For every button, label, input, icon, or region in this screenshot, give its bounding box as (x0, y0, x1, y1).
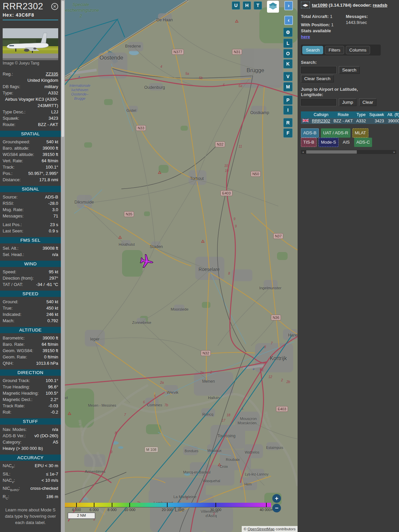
osm-link[interactable]: OpenStreetMap (248, 527, 275, 531)
detail-row: Track Rate:-0.03 (0, 403, 61, 409)
detail-label: Type: (3, 90, 13, 96)
map-button-toggle-follow[interactable]: F (283, 128, 293, 138)
detail-row: True Heading:96.6° (0, 384, 61, 390)
detail-row: ADS-B Ver.:v0 (DO-260) (0, 433, 61, 439)
aircraft-row[interactable]: RRR2302BZZ - AKTA332342339000 (301, 118, 399, 124)
map-button-toggle-tracks[interactable]: K (283, 59, 293, 68)
filter-uat[interactable]: UAT / ADS-R (321, 128, 350, 138)
callsign-link[interactable]: RRR2302 (312, 119, 330, 123)
with-position: With Position: 1 (301, 22, 346, 28)
jump-button[interactable]: Jump (339, 98, 356, 106)
table-header[interactable]: Route (332, 111, 354, 118)
detail-label: Source: (3, 194, 18, 200)
stats-here-link[interactable]: here (301, 34, 310, 39)
map-button-toggle-v[interactable]: V (283, 72, 293, 81)
jump-clear-button[interactable]: Clear (359, 98, 376, 106)
filter-modes[interactable]: Mode-S (319, 138, 338, 147)
detail-value: military (45, 83, 58, 90)
jump-input[interactable] (301, 99, 336, 106)
left-panel-scrollbar[interactable] (61, 0, 65, 532)
detail-label: RC: (3, 493, 9, 502)
detail-row: Source:ADS-B (0, 194, 61, 200)
filter-adsc[interactable]: ADS-C (354, 138, 372, 147)
detail-row: Sel. Alt.:39008 ft (0, 245, 61, 251)
panel-titlebar: ◀▶ tar1090 (3.14.1784) decoder: readsb (301, 2, 396, 8)
panel-toggle-button[interactable]: ◀▶ (301, 2, 310, 8)
legend-tick (129, 503, 130, 507)
zoom-in-button[interactable]: + (272, 494, 281, 503)
table-header[interactable]: Squawk (367, 111, 385, 118)
section-header: FMS SEL (0, 237, 61, 243)
detail-label: Geom. WGS84: (3, 347, 33, 354)
detail-label: ADS-B Ver.: (3, 433, 26, 439)
detail-label: Last Pos.: (3, 221, 22, 228)
filter-ais[interactable]: AIS (340, 138, 352, 147)
detail-row: Airbus Voyager KC3 (A330-243MRTT) (0, 96, 61, 109)
readsb-link[interactable]: readsb (373, 3, 387, 8)
map-button-toggle-pause[interactable]: P (283, 95, 293, 105)
filter-tisb[interactable]: TIS-B (301, 138, 317, 147)
detail-value: 450 kt (47, 305, 58, 311)
layers-button[interactable] (267, 1, 279, 13)
detail-value: EPU < 30 m (35, 463, 58, 471)
detail-row: SIL:≤ 1e-7 (0, 471, 61, 477)
selected-aircraft-icon[interactable] (139, 253, 155, 269)
detail-label: Last Seen: (3, 228, 23, 234)
detail-label: Route: (3, 121, 15, 128)
detail-label: Geom. Rate: (3, 354, 27, 360)
detail-row: Sel. Head.:n/a (0, 251, 61, 258)
detail-row: NACP:EPU < 30 m (0, 463, 61, 471)
close-icon[interactable]: ✕ (51, 3, 58, 10)
map-button-settings[interactable]: ⚙ (283, 28, 293, 37)
map-canvas[interactable]: Speciale beschermingszone 2✈Internationa… (65, 0, 298, 532)
photo-credit: Image © Jueyu Tang (0, 60, 61, 66)
map-button-panel-expand-right[interactable]: › (284, 1, 293, 10)
tar1090-link[interactable]: tar1090 (312, 3, 328, 8)
detail-row: Baro. Rate:64 ft/min (0, 341, 61, 347)
aircraft-photo[interactable] (3, 28, 58, 60)
flag-icon (301, 118, 310, 124)
detail-value: 96.6° (48, 384, 58, 390)
section-header: DIRECTION (0, 369, 61, 376)
detail-row: Squawk:3423 (0, 115, 61, 121)
map-button-reset-view[interactable]: R (283, 118, 293, 127)
detail-label: DB flags: (3, 83, 20, 90)
zoom-out-button[interactable]: − (272, 504, 281, 512)
filter-adsb[interactable]: ADS-B (301, 128, 319, 138)
tab-filters[interactable]: Filters (325, 46, 344, 54)
section-header: SIGNAL (0, 186, 61, 192)
map-button-toggle-outlines[interactable]: O (283, 49, 293, 58)
scrollbar-thumb[interactable] (62, 1, 64, 137)
scroll-right-arrow[interactable]: ▸ (392, 150, 396, 154)
detail-value: 100.5° (46, 390, 58, 396)
hscroll-thumb[interactable] (306, 150, 357, 154)
map-button-toggle-isolate[interactable]: I (283, 105, 293, 115)
filter-mlat[interactable]: MLAT (352, 128, 368, 138)
table-header[interactable]: Type (354, 111, 367, 118)
detail-row: Geom. WGS84:39150 ft (0, 347, 61, 354)
search-button[interactable]: Search (339, 66, 360, 74)
cell-route: BZZ - AKT (332, 118, 354, 124)
map-button-toggle-labels[interactable]: L (283, 39, 293, 48)
table-header[interactable]: Alt. (ft) (386, 111, 399, 118)
scroll-left-arrow[interactable]: ◂ (301, 150, 305, 154)
tab-columns[interactable]: Columns (346, 46, 370, 54)
detail-label: Nav. Modes: (3, 426, 27, 433)
map-button-t[interactable]: T (254, 1, 262, 10)
clear-search-button[interactable]: Clear Search (301, 75, 334, 82)
map-button-h[interactable]: H (243, 1, 251, 10)
map-button-toggle-multiselect[interactable]: M (283, 82, 293, 91)
map-button-u[interactable]: U (232, 1, 240, 10)
table-header[interactable] (301, 111, 310, 118)
search-input[interactable] (301, 66, 336, 73)
detail-value: 64 ft/min (42, 341, 58, 347)
table-header[interactable]: Callsign (310, 111, 332, 118)
map-button-panel-collapse-left[interactable]: ‹ (284, 16, 293, 25)
tab-search[interactable]: Search (302, 46, 323, 54)
layers-icon (268, 1, 278, 11)
detail-row: RSSI:-28.0 (0, 200, 61, 206)
registration-link[interactable]: ZZ335 (46, 71, 58, 76)
table-horizontal-scrollbar[interactable]: ◂ ▸ (301, 150, 396, 154)
legend-tick-label: 30 000 (210, 508, 221, 512)
detail-row: True:450 kt (0, 305, 61, 311)
